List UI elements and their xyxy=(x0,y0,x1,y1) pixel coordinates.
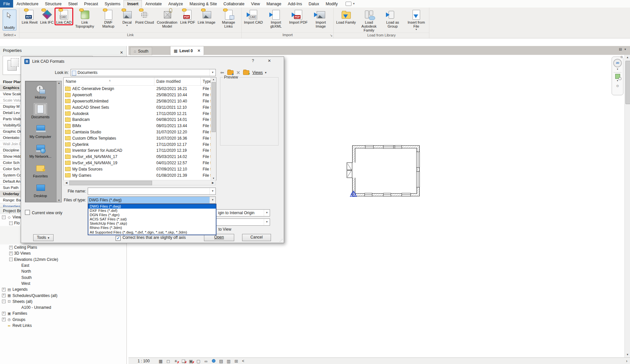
dialog-title-bar[interactable]: R Link CAD Formats xyxy=(21,57,284,66)
tools-button[interactable]: Tools ▼ xyxy=(33,234,54,241)
place-documents[interactable]: Documents xyxy=(25,104,56,119)
dialog-help-button[interactable]: ? xyxy=(250,58,256,63)
view-scale-button[interactable]: 1 : 100 xyxy=(138,359,150,363)
look-in-dropdown[interactable]: Documents ▼ xyxy=(71,69,216,76)
delete-icon[interactable]: ✕ xyxy=(236,70,240,75)
collapse-icon[interactable]: − xyxy=(9,258,13,261)
tree-item-legends[interactable]: +▤Legends xyxy=(0,286,126,292)
file-name-input[interactable]: ▼ xyxy=(88,188,216,195)
tree-item-families[interactable]: +▣Families xyxy=(0,310,126,316)
column-header-type[interactable]: Type xyxy=(201,78,211,85)
link-image-button[interactable]: Link Image xyxy=(197,8,216,25)
navigation-bar[interactable]: 2D ▼ ▼ ⊖ xyxy=(612,57,623,95)
place-my-computer[interactable]: My Computer xyxy=(25,124,56,139)
zoom-menu-caret[interactable]: ▼ xyxy=(617,80,619,82)
floor-plan[interactable] xyxy=(347,143,425,202)
file-row[interactable]: Cyberlink17/11/2020 12.17File fo xyxy=(64,141,211,148)
scroll-right-icon[interactable]: ▶ xyxy=(210,180,215,185)
tree-item-schedules-quantities-all-[interactable]: +▦Schedules/Quantities (all) xyxy=(0,292,126,298)
temporary-hide-isolate-icon[interactable]: ∞ xyxy=(203,359,209,364)
file-row[interactable]: Camtasia Studio31/07/2020 12.20File fo xyxy=(64,129,211,135)
modify-button[interactable]: Modify xyxy=(3,10,16,31)
load-as-group-button[interactable]: Load as Group xyxy=(381,8,404,29)
view-list-icon[interactable]: ▤ xyxy=(619,47,622,52)
tab-menu-icon[interactable]: ▼ xyxy=(624,47,626,52)
file-row[interactable]: Apowersoft25/08/2021 10.44File fo xyxy=(64,92,211,98)
scroll-down-icon[interactable]: ▼ xyxy=(625,352,630,357)
properties-close-icon[interactable]: ✕ xyxy=(120,48,123,57)
column-header-date-modified[interactable]: Date modified xyxy=(154,78,201,85)
collapse-icon[interactable]: − xyxy=(2,300,6,303)
insert-from-file-button[interactable]: Insert from File▾ xyxy=(405,8,428,31)
link-cad-button[interactable]: CADLink CAD xyxy=(55,8,72,25)
navbar-collapse-icon[interactable]: ⊖ xyxy=(616,84,619,88)
ribbon-tab-modify[interactable]: Modify xyxy=(322,0,341,8)
place-history[interactable]: History xyxy=(25,84,56,99)
ribbon-tab-annotate[interactable]: Annotate xyxy=(142,0,165,8)
worksharing-display-icon[interactable]: ▥ xyxy=(226,359,232,364)
file-type-option[interactable]: SketchUp Files (*.skp) xyxy=(88,221,216,226)
ribbon-display-toggle[interactable]: ▼ xyxy=(346,0,355,8)
navbar-close-icon[interactable]: ⊗ xyxy=(620,55,623,59)
correct-lines-checkbox[interactable]: ✓Correct lines that are slightly off axi… xyxy=(116,235,186,241)
file-type-option[interactable]: ACIS SAT Files (*.sat) xyxy=(88,217,216,221)
expand-icon[interactable]: + xyxy=(9,246,13,249)
ribbon-tab-systems[interactable]: Systems xyxy=(101,0,124,8)
tree-item-groups[interactable]: +◎Groups xyxy=(0,317,126,323)
sun-path-off-icon[interactable]: ☀✗ xyxy=(173,359,179,364)
files-of-type-dropdown[interactable]: DWG Files (*.dwg)▼ xyxy=(88,196,216,204)
expand-icon[interactable]: + xyxy=(2,294,6,297)
view-tab-south[interactable]: ⌂South xyxy=(130,47,152,55)
scroll-down-icon[interactable]: ▼ xyxy=(211,177,216,179)
tree-item-west[interactable]: West xyxy=(0,281,126,286)
ribbon-tab-collaborate[interactable]: Collaborate xyxy=(220,0,248,8)
detail-level-icon[interactable]: ▦ xyxy=(158,359,164,364)
show-constraints-icon[interactable]: ⊞ xyxy=(233,359,239,364)
scrollbar-thumb[interactable] xyxy=(212,82,216,132)
load-family-button[interactable]: Load Family xyxy=(335,8,357,25)
file-row[interactable]: AutoCAD Sheet Sets03/11/2021 12.10File f… xyxy=(64,104,211,110)
place-my-network-[interactable]: My Network... xyxy=(25,144,56,158)
file-row[interactable]: Custom Office Templates31/07/2020 16.36F… xyxy=(64,135,211,141)
expand-icon[interactable]: + xyxy=(2,312,6,315)
import-image-button[interactable]: Import Image xyxy=(309,8,332,29)
ribbon-tab-analyze[interactable]: Analyze xyxy=(165,0,186,8)
tree-item-north[interactable]: North xyxy=(0,268,126,274)
file-list-scrollbar[interactable]: ▲ ▼ xyxy=(211,78,216,180)
steering-wheel-2d-icon[interactable]: 2D xyxy=(613,59,622,67)
ribbon-tab-massing-site[interactable]: Massing & Site xyxy=(186,0,220,8)
file-type-option[interactable]: All Supported Files (*.dwg, *.dxf, *.dgn… xyxy=(88,230,216,235)
column-header-name[interactable]: Name∧ xyxy=(64,78,154,85)
link-revit-button[interactable]: RVTLink Revit xyxy=(21,8,38,25)
ribbon-tab-structure[interactable]: Structure xyxy=(42,0,65,8)
scrollbar-thumb[interactable] xyxy=(69,181,152,185)
file-row[interactable]: InvSvr_x64_NAVMAN_1705/03/2021 14.02File… xyxy=(64,154,211,160)
current-view-only-checkbox[interactable]: Current view only xyxy=(25,210,62,215)
import-gbxml-button[interactable]: Import gbXML xyxy=(264,8,287,29)
ribbon-tab-view[interactable]: View xyxy=(248,0,263,8)
file-row[interactable]: Bandicam04/08/2021 14.01File fo xyxy=(64,117,211,123)
point-cloud-button[interactable]: Point Cloud xyxy=(134,8,155,25)
file-row[interactable]: Inventor Server for AutoCAD17/11/2020 12… xyxy=(64,148,211,154)
dwf-markup-button[interactable]: DWF Markup xyxy=(97,8,120,29)
tree-item-sheets-all-[interactable]: −⊡Sheets (all) xyxy=(0,299,126,305)
scroll-up-icon[interactable]: ▲ xyxy=(211,78,216,80)
file-type-option[interactable]: DGN Files (*.dgn) xyxy=(88,213,216,217)
scroll-left-icon[interactable]: ◀ xyxy=(64,180,69,185)
places-scrollbar[interactable]: ▲ ▼ xyxy=(56,81,61,202)
tree-item-ceiling-plans[interactable]: +Ceiling Plans xyxy=(0,244,126,250)
link-topography-button[interactable]: Link Topography xyxy=(73,8,96,29)
tree-item-south[interactable]: South xyxy=(0,274,126,280)
manage-links-button[interactable]: Manage Links xyxy=(217,8,240,29)
file-row[interactable]: BIMx08/01/2021 13.44File fo xyxy=(64,123,211,129)
dialog-launcher-icon[interactable]: ↘ xyxy=(330,33,332,38)
select-panel-label[interactable]: Select ▾ xyxy=(0,32,19,38)
file-type-option[interactable]: DXF Files (*.dxf) xyxy=(88,209,216,213)
link-ifc-button[interactable]: Link IFC xyxy=(39,8,55,25)
close-tab-icon[interactable]: ✕ xyxy=(197,49,200,53)
tree-item-elevations-12mm-circle-[interactable]: −Elevations (12mm Circle) xyxy=(0,257,126,262)
expand-icon[interactable]: + xyxy=(2,318,6,321)
ribbon-tab-dalux[interactable]: Dalux xyxy=(305,0,322,8)
visual-style-icon[interactable]: ◻ xyxy=(165,359,171,364)
link-pdf-button[interactable]: PDFLink PDF xyxy=(179,8,196,25)
